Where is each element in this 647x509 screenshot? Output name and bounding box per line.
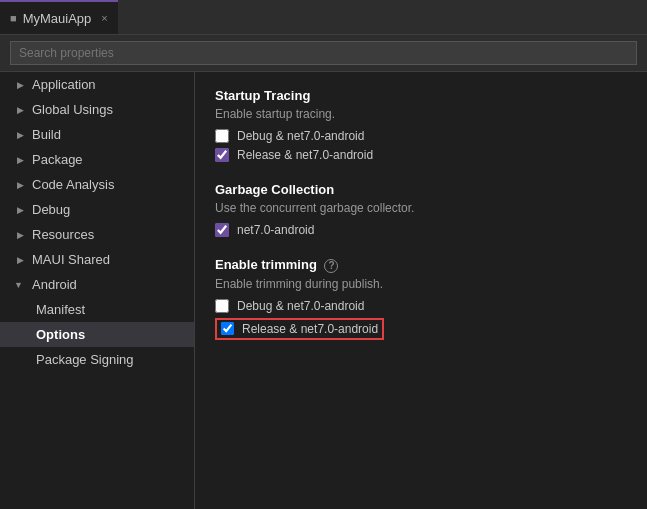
- trimming-release-row-highlighted: Release & net7.0-android: [215, 318, 384, 340]
- expand-icon: [14, 280, 26, 290]
- gc-desc: Use the concurrent garbage collector.: [215, 201, 627, 215]
- expand-icon: [14, 229, 26, 241]
- search-input[interactable]: [10, 41, 637, 65]
- sidebar-item-code-analysis[interactable]: Code Analysis: [0, 172, 194, 197]
- gc-net7-checkbox[interactable]: [215, 223, 229, 237]
- startup-release-checkbox[interactable]: [215, 148, 229, 162]
- trimming-help-icon[interactable]: ?: [324, 259, 338, 273]
- expand-icon: [14, 204, 26, 216]
- sidebar-item-android[interactable]: Android: [0, 272, 194, 297]
- expand-icon: [14, 129, 26, 141]
- sidebar-item-build[interactable]: Build: [0, 122, 194, 147]
- sidebar-item-debug[interactable]: Debug: [0, 197, 194, 222]
- sidebar-item-label: Resources: [32, 227, 94, 242]
- section-startup-tracing: Startup Tracing Enable startup tracing. …: [215, 88, 627, 162]
- sidebar-subitem-label: Options: [36, 327, 85, 342]
- sidebar-item-application[interactable]: Application: [0, 72, 194, 97]
- startup-release-row: Release & net7.0-android: [215, 148, 627, 162]
- gc-net7-label: net7.0-android: [237, 223, 314, 237]
- trimming-debug-row: Debug & net7.0-android: [215, 299, 627, 313]
- sidebar-item-package[interactable]: Package: [0, 147, 194, 172]
- startup-tracing-title: Startup Tracing: [215, 88, 627, 103]
- startup-tracing-desc: Enable startup tracing.: [215, 107, 627, 121]
- sidebar-item-resources[interactable]: Resources: [0, 222, 194, 247]
- sidebar-item-global-usings[interactable]: Global Usings: [0, 97, 194, 122]
- tab-bar: ■ MyMauiApp ×: [0, 0, 647, 35]
- trimming-debug-checkbox[interactable]: [215, 299, 229, 313]
- sidebar-item-label: Global Usings: [32, 102, 113, 117]
- sidebar-item-label: MAUI Shared: [32, 252, 110, 267]
- sidebar-subitem-package-signing[interactable]: Package Signing: [0, 347, 194, 372]
- sidebar-item-label: Application: [32, 77, 96, 92]
- sidebar-subitem-label: Manifest: [36, 302, 85, 317]
- sidebar: Application Global Usings Build Package …: [0, 72, 195, 509]
- startup-release-label: Release & net7.0-android: [237, 148, 373, 162]
- trimming-release-checkbox[interactable]: [221, 322, 234, 335]
- expand-icon: [14, 104, 26, 116]
- expand-icon: [14, 79, 26, 91]
- gc-net7-row: net7.0-android: [215, 223, 627, 237]
- trimming-release-label: Release & net7.0-android: [242, 322, 378, 336]
- trimming-title: Enable trimming ?: [215, 257, 627, 273]
- android-children: Manifest Options Package Signing: [0, 297, 194, 372]
- trimming-debug-label: Debug & net7.0-android: [237, 299, 364, 313]
- tab-label: MyMauiApp: [23, 11, 92, 26]
- section-garbage-collection: Garbage Collection Use the concurrent ga…: [215, 182, 627, 237]
- expand-icon: [14, 254, 26, 266]
- sidebar-item-label: Android: [32, 277, 77, 292]
- gc-title: Garbage Collection: [215, 182, 627, 197]
- tab-mymauiapp[interactable]: ■ MyMauiApp ×: [0, 0, 118, 34]
- tab-close-button[interactable]: ×: [101, 12, 107, 24]
- main-layout: Application Global Usings Build Package …: [0, 72, 647, 509]
- startup-debug-label: Debug & net7.0-android: [237, 129, 364, 143]
- content-area: Startup Tracing Enable startup tracing. …: [195, 72, 647, 509]
- sidebar-item-label: Package: [32, 152, 83, 167]
- sidebar-item-label: Code Analysis: [32, 177, 114, 192]
- sidebar-item-label: Debug: [32, 202, 70, 217]
- expand-icon: [14, 154, 26, 166]
- expand-icon: [14, 179, 26, 191]
- sidebar-subitem-label: Package Signing: [36, 352, 134, 367]
- trimming-desc: Enable trimming during publish.: [215, 277, 627, 291]
- sidebar-item-maui-shared[interactable]: MAUI Shared: [0, 247, 194, 272]
- sidebar-item-android-group: Android Manifest Options Package Signing: [0, 272, 194, 372]
- section-enable-trimming: Enable trimming ? Enable trimming during…: [215, 257, 627, 340]
- startup-debug-row: Debug & net7.0-android: [215, 129, 627, 143]
- startup-debug-checkbox[interactable]: [215, 129, 229, 143]
- sidebar-subitem-manifest[interactable]: Manifest: [0, 297, 194, 322]
- tab-file-icon: ■: [10, 12, 17, 24]
- sidebar-item-label: Build: [32, 127, 61, 142]
- sidebar-subitem-options[interactable]: Options: [0, 322, 194, 347]
- search-bar: [0, 35, 647, 72]
